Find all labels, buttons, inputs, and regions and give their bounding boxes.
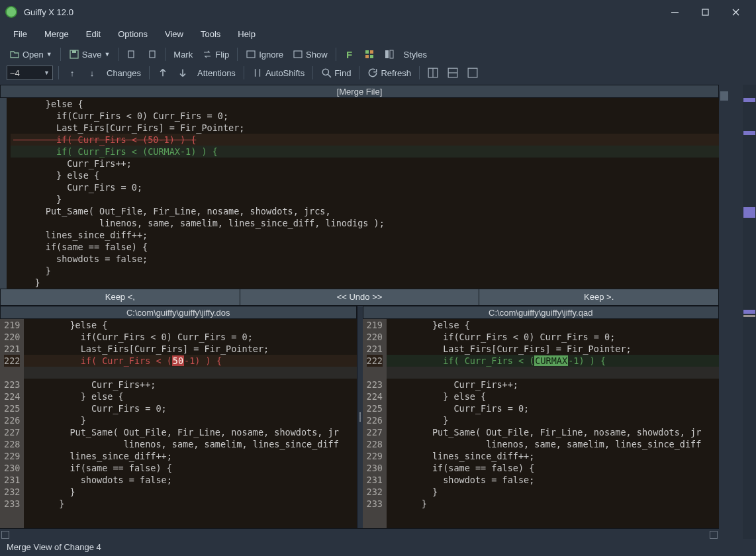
menu-merge[interactable]: Merge xyxy=(38,26,75,42)
view-layout2-button[interactable] xyxy=(445,66,461,79)
right-file-pane: C:\com\guiffy\guiffy\jiffy.qad 219220221… xyxy=(363,306,720,528)
menu-options[interactable]: Options xyxy=(111,26,154,42)
flip-label: Flip xyxy=(215,50,229,60)
grid-icon xyxy=(364,49,375,60)
vertical-scrollbar[interactable] xyxy=(719,85,730,539)
prev-attention-button[interactable] xyxy=(155,66,171,79)
prev-change-button[interactable]: ↑ xyxy=(64,66,80,79)
show-icon xyxy=(293,49,303,60)
format-icon: F xyxy=(344,49,355,60)
copy-icon xyxy=(126,49,137,60)
close-button[interactable] xyxy=(720,0,751,24)
svg-rect-6 xyxy=(150,51,155,58)
open-label: Open xyxy=(23,50,44,60)
arrow-up-icon xyxy=(158,68,168,78)
svg-point-15 xyxy=(322,69,328,75)
svg-rect-12 xyxy=(370,55,373,58)
window-title: Guiffy X 12.0 xyxy=(24,7,73,17)
save-label: Save xyxy=(82,50,102,60)
next-change-button[interactable]: ↓ xyxy=(84,66,100,79)
svg-rect-7 xyxy=(247,51,255,58)
left-file-path: C:\com\guiffy\guiffy\jiffy.dos xyxy=(0,306,357,319)
menu-file[interactable]: File xyxy=(7,26,34,42)
swap-icon xyxy=(202,49,213,60)
minimize-button[interactable] xyxy=(659,0,690,24)
arrow-up-icon: ↑ xyxy=(67,68,77,78)
statusbar: Merge View of Change 4 xyxy=(0,539,756,556)
format-button[interactable]: F xyxy=(342,48,357,61)
refresh-button[interactable]: Refresh xyxy=(365,66,414,79)
copy-right-button[interactable] xyxy=(144,48,160,61)
right-rail xyxy=(719,85,743,539)
copy-left-button[interactable] xyxy=(124,48,140,61)
autoshifts-button[interactable]: AutoShifts xyxy=(250,66,307,79)
mark-label: Mark xyxy=(173,50,193,60)
show-label: Show xyxy=(306,50,328,60)
layout-icon xyxy=(428,68,438,78)
find-label: Find xyxy=(334,68,351,78)
editor-area: [Merge File] }else { if(Curr_Firs < 0) C… xyxy=(0,85,719,539)
save-button[interactable]: Save ▼ xyxy=(66,48,113,61)
changes-label: Changes xyxy=(104,67,144,79)
status-text: Merge View of Change 4 xyxy=(7,542,101,552)
svg-rect-5 xyxy=(128,51,134,58)
menu-view[interactable]: View xyxy=(158,26,190,42)
autoshift-icon xyxy=(252,68,263,78)
attentions-label: Attentions xyxy=(195,67,238,79)
flip-button[interactable]: Flip xyxy=(199,48,232,61)
menu-tools[interactable]: Tools xyxy=(194,26,227,42)
mark-button[interactable]: Mark xyxy=(171,48,195,61)
left-code-view[interactable]: }else { if(Curr_Firs < 0) Curr_Firs = 0;… xyxy=(24,319,356,528)
svg-rect-1 xyxy=(671,12,679,13)
chevron-down-icon: ▼ xyxy=(44,70,50,76)
minimap[interactable] xyxy=(743,85,756,539)
horizontal-scrollbar[interactable] xyxy=(0,528,719,539)
left-gutter: 219220221222 223224225226227228229230231… xyxy=(0,319,24,528)
view-layout3-button[interactable] xyxy=(465,66,481,79)
ignore-label: Ignore xyxy=(259,50,283,60)
change-combo[interactable]: ~4 ▼ xyxy=(7,66,53,80)
svg-rect-20 xyxy=(468,68,477,77)
undo-button[interactable]: << Undo >> xyxy=(240,289,480,305)
merge-action-bar: Keep <, << Undo >> Keep >. xyxy=(0,289,719,306)
open-icon xyxy=(9,49,20,60)
show-button[interactable]: Show xyxy=(290,48,330,61)
ignore-button[interactable]: Ignore xyxy=(243,48,286,61)
view-layout1-button[interactable] xyxy=(425,66,441,79)
vertical-splitter[interactable] xyxy=(357,306,363,528)
menu-help[interactable]: Help xyxy=(231,26,262,42)
right-code-view[interactable]: }else { if(Curr_Firs < 0) Curr_Firs = 0;… xyxy=(387,319,719,528)
svg-point-0 xyxy=(7,7,16,17)
refresh-label: Refresh xyxy=(381,68,411,78)
svg-rect-14 xyxy=(390,50,393,58)
save-icon xyxy=(69,49,79,60)
left-file-pane: C:\com\guiffy\guiffy\jiffy.dos 219220221… xyxy=(0,306,357,528)
svg-rect-2 xyxy=(702,9,708,15)
toolbar: Open ▼ Save ▼ Mark Flip Ignore Show F St… xyxy=(0,44,756,85)
open-button[interactable]: Open ▼ xyxy=(7,48,55,61)
refresh-icon xyxy=(367,68,378,78)
merge-code-view[interactable]: }else { if(Curr_Firs < 0) Curr_Firs = 0;… xyxy=(0,98,719,289)
svg-rect-8 xyxy=(294,51,302,58)
right-gutter: 219220221222 223224225226227228229230231… xyxy=(363,319,387,528)
search-icon xyxy=(321,68,332,78)
arrow-down-icon xyxy=(177,68,188,78)
right-file-path: C:\com\guiffy\guiffy\jiffy.qad xyxy=(363,306,720,319)
layout-button[interactable] xyxy=(381,48,397,61)
keep-right-button[interactable]: Keep >. xyxy=(479,289,718,305)
styles-label: Styles xyxy=(404,50,427,60)
svg-rect-13 xyxy=(385,50,389,58)
menu-edit[interactable]: Edit xyxy=(79,26,107,42)
grid-button[interactable] xyxy=(361,48,377,61)
styles-button[interactable]: Styles xyxy=(401,48,430,61)
layout-icon xyxy=(384,49,395,60)
next-attention-button[interactable] xyxy=(175,66,191,79)
layout-icon xyxy=(448,68,458,78)
maximize-button[interactable] xyxy=(690,0,720,24)
chevron-down-icon: ▼ xyxy=(46,51,52,58)
svg-rect-4 xyxy=(72,50,76,53)
find-button[interactable]: Find xyxy=(318,66,354,79)
titlebar: Guiffy X 12.0 xyxy=(0,0,756,24)
svg-rect-9 xyxy=(365,50,369,54)
keep-left-button[interactable]: Keep <, xyxy=(1,289,240,305)
